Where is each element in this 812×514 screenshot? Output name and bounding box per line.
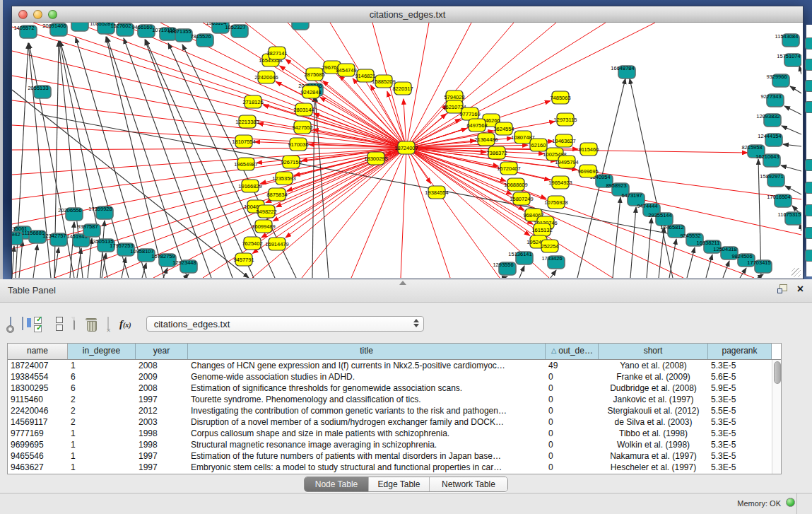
delete-column-icon[interactable]: [86, 317, 97, 331]
graph-node[interactable]: [292, 23, 309, 30]
function-builder-icon[interactable]: f(x): [119, 318, 131, 330]
graph-node: [805, 159, 812, 171]
new-column-icon[interactable]: [73, 317, 75, 330]
memory-ok-indicator[interactable]: [786, 498, 795, 507]
table-row[interactable]: 946554611997Estimation of the future num…: [8, 450, 772, 462]
table-cell: 9465546: [8, 450, 68, 462]
graph-node-label: 17016504: [767, 194, 790, 200]
table-row[interactable]: 1938455462009Genome-wide association stu…: [8, 371, 772, 382]
table-cell: 9463627: [8, 462, 68, 473]
column-header-year[interactable]: year: [136, 344, 188, 359]
minimize-window-button[interactable]: [33, 10, 42, 19]
memory-status-label: Memory: OK: [737, 499, 781, 508]
citation-edge-black: [659, 227, 664, 278]
network-canvas[interactable]: 1405572206914062483719108552871527602946…: [12, 23, 801, 278]
table-cell: 9115460: [8, 394, 68, 405]
graph-node-label: 12444154: [758, 133, 781, 139]
graph-node-label: 6497568: [466, 122, 487, 129]
table-mode-icon[interactable]: [10, 317, 11, 330]
graph-node-label: 7485063: [550, 95, 570, 101]
graph-node-label: 3827141: [266, 50, 287, 57]
citation-edge-red: [33, 23, 406, 148]
table-cell: Wolkin et al. (1998): [599, 439, 708, 450]
table-cell: 2012: [136, 405, 188, 416]
graph-node-label: 9427552: [292, 124, 312, 131]
graph-node-label: 9245532: [680, 233, 700, 239]
graph-node: [805, 101, 812, 113]
network-view-window[interactable]: citations_edges.txt 14055722069140624837…: [11, 6, 804, 279]
graph-node-label: 9267150: [281, 159, 301, 165]
table-row[interactable]: 946362711997Embryonic stem cells: a mode…: [8, 462, 772, 473]
citation-edge-black: [33, 245, 37, 278]
graph-node-label: 8875834: [266, 192, 287, 198]
close-window-button[interactable]: [18, 10, 28, 19]
table-toolbar: f(x) citations_edges.txt: [10, 313, 424, 334]
tab-edge-table[interactable]: Edge Table: [368, 477, 429, 491]
graph-node-label: 10958107: [130, 248, 153, 255]
node-table: namein_degreeyeartitle△out_de…shortpager…: [7, 343, 782, 474]
table-cell: 5.3E-5: [708, 394, 772, 405]
graph-node-label: 252254: [541, 243, 558, 250]
graph-node-label: 1963104: [206, 23, 226, 26]
table-cell: Jankovic et al. (1997): [599, 394, 708, 405]
tab-network-table[interactable]: Network Table: [429, 477, 507, 491]
column-header-pagerank[interactable]: pagerank: [708, 344, 772, 359]
table-cell: Estimation of the future numbers of pati…: [188, 450, 546, 462]
table-row[interactable]: 1830029562008Estimation of significance …: [8, 382, 772, 394]
column-display-icon[interactable]: [22, 317, 23, 330]
window-titlebar[interactable]: citations_edges.txt: [12, 6, 803, 23]
citation-edge-black: [687, 247, 695, 278]
citation-edge-black: [124, 38, 211, 278]
table-cell: 2: [68, 416, 136, 428]
graph-node-label: 11543084: [775, 33, 799, 40]
split-pane-grip-icon[interactable]: [399, 281, 406, 285]
table-cell: Dudbridge et al. (2008): [599, 382, 708, 394]
row-select-icon[interactable]: [34, 317, 45, 331]
column-header-short[interactable]: short: [599, 344, 708, 359]
tab-node-table[interactable]: Node Table: [305, 477, 368, 491]
graph-node-label: 15136141: [508, 251, 531, 257]
citation-edge-red: [406, 23, 471, 148]
column-header-title[interactable]: title: [188, 344, 546, 359]
close-panel-icon[interactable]: ×: [797, 284, 804, 293]
graph-node: [805, 59, 812, 71]
table-panel: Table Panel × f(x) citations_edges.txt n…: [0, 279, 812, 514]
graph-node-label: 21364486: [474, 136, 498, 143]
graph-node-label: 2803144: [293, 107, 314, 113]
citation-edge-black: [790, 86, 801, 93]
table-row[interactable]: 1456911722003Disruption of a novel membe…: [8, 416, 772, 428]
zoom-window-button[interactable]: [48, 10, 57, 19]
scrollbar-thumb[interactable]: [774, 361, 781, 384]
table-cell: 0: [546, 394, 599, 405]
row-height-icon[interactable]: [56, 317, 63, 331]
table-cell: 1: [68, 462, 136, 473]
table-row[interactable]: 911546021997Tourette syndrome. Phenomeno…: [8, 394, 772, 405]
combobox-stepper-icon: [413, 319, 419, 327]
vertical-scrollbar[interactable]: [772, 360, 781, 474]
desktop-background: citations_edges.txt 14055722069140624837…: [0, 0, 812, 279]
graph-node-label: 2875685: [304, 71, 324, 78]
table-selector-combobox[interactable]: citations_edges.txt: [146, 316, 424, 332]
window-resize-grip[interactable]: [792, 268, 801, 277]
table-cell: 6: [68, 371, 136, 382]
table-cell: 6: [68, 382, 136, 394]
table-cell: 1: [68, 360, 136, 371]
graph-node-label: 9466160: [131, 24, 152, 30]
graph-node-label: 9457791: [233, 257, 254, 263]
table-row[interactable]: 969969511998Structural magnetic resonanc…: [8, 439, 772, 450]
table-cell: Estimation of significance thresholds fo…: [188, 382, 546, 394]
column-header-in_degree[interactable]: in_degree: [68, 344, 136, 359]
graph-node-label: 12342757: [42, 233, 66, 239]
table-row[interactable]: 1872400712008Changes of HCN gene express…: [8, 360, 772, 371]
citation-edge-red: [401, 148, 406, 278]
float-panel-icon[interactable]: [777, 284, 787, 293]
table-panel-header[interactable]: Table Panel ×: [0, 279, 812, 303]
table-row[interactable]: 2242004622012Investigating the contribut…: [8, 405, 772, 416]
column-header-out_de[interactable]: △out_de…: [546, 344, 599, 359]
graph-node-label: 1527602: [110, 23, 131, 29]
table-cell: 1998: [136, 428, 188, 439]
desktop-left-strip: [0, 0, 3, 279]
graph-node-label: 7815526: [190, 33, 211, 40]
column-header-name[interactable]: name: [8, 344, 68, 359]
table-row[interactable]: 977716911998Corpus callosum shape and si…: [8, 428, 772, 439]
